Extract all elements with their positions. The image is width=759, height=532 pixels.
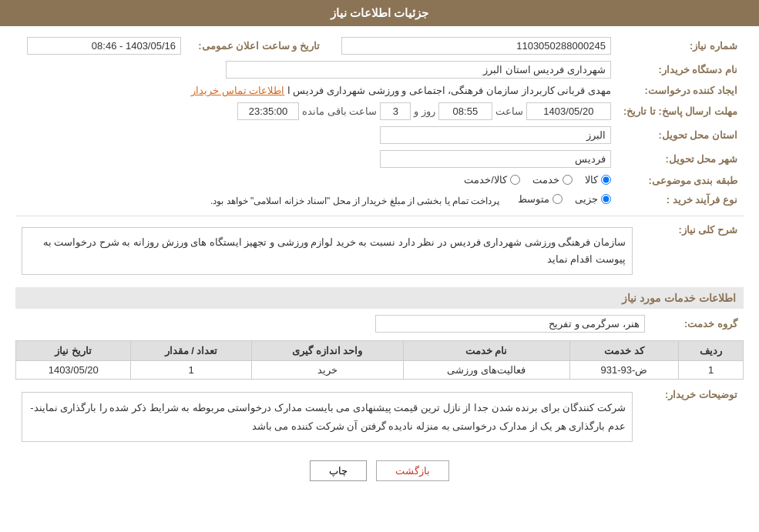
table-row: 1 ض-93-931 فعالیت‌های ورزشی خرید 1 1403/…	[16, 361, 744, 380]
city-value: فردیس	[380, 150, 611, 168]
province-label: استان محل تحویل:	[617, 123, 744, 147]
category-option-1: کالا	[585, 174, 611, 186]
cell-date: 1403/05/20	[16, 361, 131, 380]
cell-service-name: فعالیت‌های ورزشی	[403, 361, 569, 380]
buyer-org-value: شهرداری فردیس استان البرز	[226, 61, 611, 79]
divider-1	[15, 216, 744, 216]
col-header-quantity: تعداد / مقدار	[131, 341, 251, 361]
cell-unit: خرید	[251, 361, 403, 380]
announce-label: تاریخ و ساعت اعلان عمومی:	[187, 34, 326, 58]
description-section-label: شرح کلی نیاز:	[645, 224, 737, 236]
purchase-radio-motawaset[interactable]	[552, 194, 563, 204]
col-header-unit: واحد اندازه گیری	[251, 341, 403, 361]
creator-name: مهدی قربانی کاربرداز سازمان فرهنگی، اجتم…	[287, 85, 611, 96]
service-group-value: هنر، سرگرمی و تفریح	[375, 315, 645, 333]
buyer-notes-text: شرکت کنندگان برای برنده شدن جدا از نازل …	[22, 392, 633, 442]
services-section-title: اطلاعات خدمات مورد نیاز	[15, 287, 744, 309]
buyer-notes-label: توضیحات خریدار:	[645, 389, 737, 400]
deadline-date: 1403/05/20	[526, 102, 611, 120]
description-text: سازمان فرهنگی ورزشی شهرداری فردیس در نظر…	[22, 227, 633, 275]
category-label: طبقه بندی موضوعی:	[617, 171, 744, 190]
print-button[interactable]: چاپ	[310, 460, 367, 481]
cell-quantity: 1	[131, 361, 251, 380]
col-header-service-name: نام خدمت	[403, 341, 569, 361]
purchase-type-option-1: جزیی	[575, 193, 611, 205]
creator-label: ایجاد کننده درخواست:	[617, 82, 744, 99]
deadline-time: 08:55	[438, 102, 492, 120]
need-number-value: 1103050288000245	[341, 37, 611, 55]
deadline-remain: 23:35:00	[237, 102, 299, 120]
announce-value: 1403/05/16 - 08:46	[27, 37, 181, 55]
deadline-days: 3	[380, 102, 411, 120]
page-header: جزئیات اطلاعات نیاز	[0, 0, 759, 26]
back-button[interactable]: بازگشت	[376, 460, 449, 481]
province-value: البرز	[380, 126, 611, 144]
col-header-service-code: کد خدمت	[569, 341, 679, 361]
purchase-radio-jozi[interactable]	[601, 194, 611, 204]
category-radio-service[interactable]	[563, 175, 573, 185]
category-radio-group: کالا/خدمت خدمت کالا	[464, 174, 611, 186]
city-label: شهر محل تحویل:	[617, 147, 744, 171]
purchase-type-radio-group: متوسط جزیی	[518, 193, 611, 205]
col-header-row-num: ردیف	[679, 341, 744, 361]
creator-contact-link[interactable]: اطلاعات تماس خریدار	[191, 85, 284, 96]
deadline-days-label: روز و	[414, 105, 435, 117]
deadline-time-label: ساعت	[495, 105, 523, 117]
purchase-type-option-2: متوسط	[518, 193, 563, 205]
cell-row-num: 1	[679, 361, 744, 380]
category-radio-khadamat[interactable]	[510, 175, 520, 185]
col-header-date: تاریخ نیاز	[16, 341, 131, 361]
purchase-type-note: پرداخت تمام یا بخشی از مبلغ خریدار از مح…	[210, 196, 499, 206]
cell-service-code: ض-93-931	[569, 361, 679, 380]
category-option-3: کالا/خدمت	[464, 174, 520, 186]
category-radio-kala[interactable]	[601, 175, 611, 185]
action-buttons: بازگشت چاپ	[15, 460, 744, 481]
deadline-remain-label: ساعت باقی مانده	[302, 105, 377, 117]
category-option-2: خدمت	[532, 174, 573, 186]
services-table: ردیف کد خدمت نام خدمت واحد اندازه گیری ت…	[15, 340, 744, 380]
buyer-org-label: نام دستگاه خریدار:	[617, 58, 744, 82]
purchase-type-label: نوع فرآیند خرید :	[617, 190, 744, 209]
page-title: جزئیات اطلاعات نیاز	[331, 6, 428, 19]
deadline-label: مهلت ارسال پاسخ: تا تاریخ:	[617, 99, 744, 123]
service-group-label: گروه خدمت:	[684, 318, 737, 330]
need-number-label: شماره نیاز:	[617, 34, 744, 58]
